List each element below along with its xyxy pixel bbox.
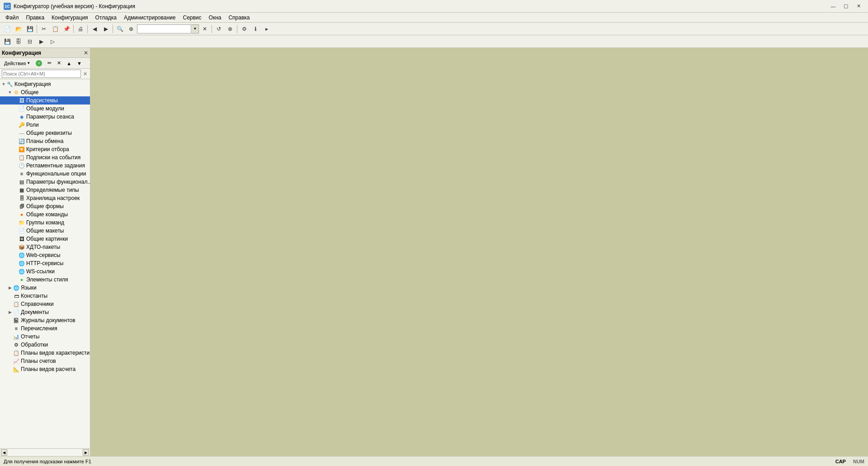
expander-podpiski bbox=[13, 155, 18, 160]
panel-title: Конфигурация bbox=[2, 50, 41, 56]
tree-item-ws-links[interactable]: 🌐 WS-ссылки bbox=[0, 267, 90, 276]
tree-item-obrabotki[interactable]: ⚙ Обработки bbox=[0, 341, 90, 349]
refresh-button[interactable]: ↺ bbox=[213, 24, 224, 34]
toolbar-search-input[interactable] bbox=[137, 24, 191, 33]
expander-pvr bbox=[7, 366, 13, 372]
label-obr: Обработки bbox=[21, 342, 48, 348]
clear-search-button[interactable]: ✕ bbox=[199, 24, 210, 34]
edit-button[interactable]: ✏ bbox=[45, 59, 54, 68]
tree-item-parametry-func[interactable]: ▤ Параметры функционал... bbox=[0, 178, 90, 186]
tree-item-elementy-stilya[interactable]: ● Элементы стиля bbox=[0, 276, 90, 284]
expander-gk bbox=[13, 220, 18, 225]
open-button[interactable]: 📂 bbox=[13, 24, 24, 34]
down-button[interactable]: ▼ bbox=[75, 59, 84, 68]
tree-item-plany-obmena[interactable]: 🔄 Планы обмена bbox=[0, 137, 90, 145]
menu-debug[interactable]: Отладка bbox=[92, 13, 120, 22]
tree-item-hranilishha[interactable]: 🗄 Хранилища настроек bbox=[0, 194, 90, 202]
actions-label: Действия bbox=[4, 61, 26, 66]
compare-button[interactable]: ⊟ bbox=[24, 37, 35, 47]
save-db-button[interactable]: 🗄 bbox=[13, 37, 24, 47]
menu-admin[interactable]: Администрирование bbox=[120, 13, 179, 22]
tree-item-zhurnaly[interactable]: 📓 Журналы документов bbox=[0, 316, 90, 324]
tree-item-obshie-formy[interactable]: 🗐 Общие формы bbox=[0, 202, 90, 210]
run-button[interactable]: ▶ bbox=[36, 37, 47, 47]
config-button[interactable]: ⚙ bbox=[239, 24, 250, 34]
tree-item-plany-schetov[interactable]: 📈 Планы счетов bbox=[0, 357, 90, 365]
delete-button[interactable]: ✕ bbox=[55, 59, 63, 68]
icon-kon: 🗃 bbox=[13, 292, 20, 300]
icon-obr: ⚙ bbox=[13, 341, 20, 348]
tree-item-root[interactable]: ▼ 🔧 Конфигурация bbox=[0, 80, 90, 88]
menu-windows[interactable]: Окна bbox=[205, 13, 225, 22]
tree-item-otchety[interactable]: 📊 Отчеты bbox=[0, 333, 90, 341]
run2-button[interactable]: ▷ bbox=[47, 37, 58, 47]
menu-file[interactable]: Файл bbox=[2, 13, 23, 22]
tree-item-podpiski[interactable]: 📋 Подписки на события bbox=[0, 153, 90, 162]
tree-item-spravochniki[interactable]: 📋 Справочники bbox=[0, 300, 90, 308]
scroll-left-button[interactable]: ◀ bbox=[1, 449, 7, 456]
menu-help[interactable]: Справка bbox=[225, 13, 253, 22]
add-button[interactable]: + bbox=[33, 59, 44, 68]
tree-item-xdto[interactable]: 📦 ХДТО-пакеты bbox=[0, 243, 90, 251]
back-button[interactable]: ◀ bbox=[89, 24, 100, 34]
tree-item-func-opcii[interactable]: ≡ Функциональные опции bbox=[0, 170, 90, 178]
icon-es: ● bbox=[18, 276, 25, 283]
tree-item-http-services[interactable]: 🌐 HTTP-сервисы bbox=[0, 259, 90, 267]
tree-item-dokumenty[interactable]: ▶ 📄 Документы bbox=[0, 308, 90, 316]
scroll-right-button[interactable]: ▶ bbox=[83, 449, 89, 456]
copy-button[interactable]: 📋 bbox=[50, 24, 61, 34]
menu-service[interactable]: Сервис bbox=[179, 13, 205, 22]
tree-item-podsistemy[interactable]: 🖼 Подсистемы bbox=[0, 96, 90, 105]
print-button[interactable]: 🖨 bbox=[75, 24, 86, 34]
tree-item-obshie-rekvizity[interactable]: — Общие реквизиты bbox=[0, 129, 90, 137]
expander-yazyki: ▶ bbox=[7, 285, 13, 290]
minimize-button[interactable]: — bbox=[827, 2, 839, 11]
paste-button[interactable]: 📌 bbox=[61, 24, 72, 34]
more-button[interactable]: ▸ bbox=[261, 24, 272, 34]
menu-configuration[interactable]: Конфигурация bbox=[48, 13, 92, 22]
tree-item-plany-vidov-har[interactable]: 📋 Планы видов характеристи... bbox=[0, 349, 90, 357]
search-dropdown-button[interactable]: ▼ bbox=[192, 24, 199, 33]
up-button[interactable]: ▲ bbox=[64, 59, 74, 68]
search-clear-button[interactable]: ✕ bbox=[82, 71, 88, 77]
close-button[interactable]: ✕ bbox=[853, 2, 864, 11]
icon-pvh: 📋 bbox=[13, 349, 20, 357]
tree-item-obshie-komandy[interactable]: ● Общие команды bbox=[0, 210, 90, 219]
tree-item-web-services[interactable]: 🌐 Web-сервисы bbox=[0, 251, 90, 259]
menu-edit[interactable]: Правка bbox=[23, 13, 48, 22]
tree-item-obshie-makety[interactable]: 📄 Общие макеты bbox=[0, 227, 90, 235]
tree-item-kriterii-otbora[interactable]: 🔽 Критерии отбора bbox=[0, 145, 90, 153]
tree-item-roli[interactable]: 🔑 Роли bbox=[0, 121, 90, 129]
tree-item-obshie[interactable]: ▼ ⚙ Общие bbox=[0, 88, 90, 96]
label-spr: Справочники bbox=[21, 301, 54, 307]
panel-close-button[interactable]: ✕ bbox=[84, 50, 88, 56]
new-button[interactable]: 📄 bbox=[2, 24, 13, 34]
icon-om2: 📄 bbox=[18, 227, 25, 234]
tree-container[interactable]: ▼ 🔧 Конфигурация ▼ ⚙ Общие 🖼 Подсистемы … bbox=[0, 79, 90, 448]
actions-dropdown-button[interactable]: Действия ▼ bbox=[2, 59, 33, 68]
tree-item-konstanty[interactable]: 🗃 Константы bbox=[0, 292, 90, 300]
tree-item-opredelyaemye-tipy[interactable]: ▦ Определяемые типы bbox=[0, 186, 90, 194]
tree-item-obshie-moduli[interactable]: 📄 Общие модули bbox=[0, 105, 90, 113]
save2-button[interactable]: 💾 bbox=[2, 37, 13, 47]
maximize-button[interactable]: ▢ bbox=[840, 2, 852, 11]
tree-item-perechisleniya[interactable]: ≡ Перечисления bbox=[0, 324, 90, 333]
tree-item-reglamenty[interactable]: 🕐 Регламентные задания bbox=[0, 162, 90, 170]
tree-item-gruppy-komand[interactable]: 📁 Группы команд bbox=[0, 219, 90, 227]
tree-item-plany-vidov-rascheta[interactable]: 📐 Планы видов расчета bbox=[0, 365, 90, 373]
tree-item-parametry-seansa[interactable]: ◆ Параметры сеанса bbox=[0, 113, 90, 121]
tree-item-obshie-kartinki[interactable]: 🖼 Общие картинки bbox=[0, 235, 90, 243]
forward-button[interactable]: ▶ bbox=[100, 24, 111, 34]
save-button[interactable]: 💾 bbox=[24, 24, 35, 34]
tree-item-yazyki[interactable]: ▶ 🌐 Языки bbox=[0, 284, 90, 292]
find-button[interactable]: 🔍 bbox=[114, 24, 125, 34]
tree-search-input[interactable] bbox=[2, 70, 81, 78]
expander-fo bbox=[13, 171, 18, 176]
label-po: Планы обмена bbox=[26, 138, 63, 144]
main-area: Конфигурация ✕ Действия ▼ + ✏ ✕ ▲ ▼ bbox=[0, 48, 868, 456]
stop-button[interactable]: ⊗ bbox=[225, 24, 236, 34]
info-button[interactable]: ℹ bbox=[250, 24, 261, 34]
zoom-button[interactable]: ⊕ bbox=[126, 24, 137, 34]
label-dok: Документы bbox=[21, 309, 49, 315]
cut-button[interactable]: ✂ bbox=[38, 24, 49, 34]
